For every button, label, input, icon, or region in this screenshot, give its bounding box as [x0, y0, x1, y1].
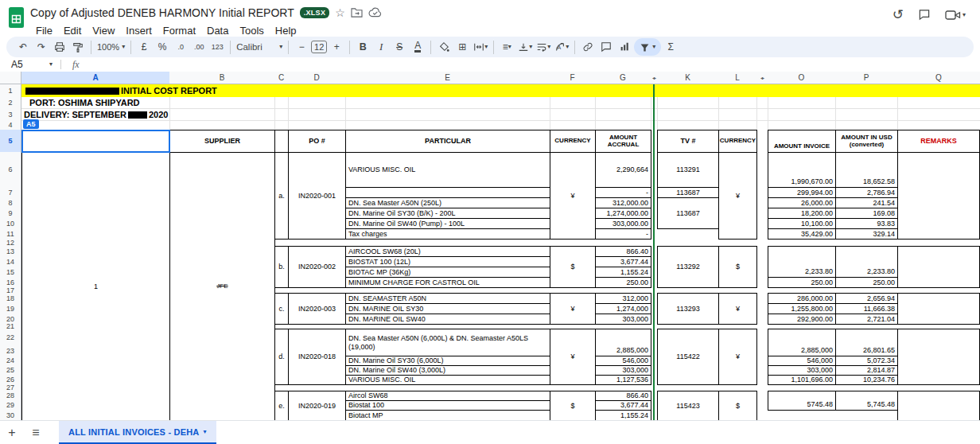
cell-E5[interactable]: PARTICULAR: [345, 130, 550, 153]
cell-G9[interactable]: 1,274,000.00: [595, 208, 651, 219]
vertical-align-button[interactable]: ▾: [516, 38, 534, 56]
cell-P28[interactable]: 5,745.48: [835, 391, 898, 411]
column-header-O[interactable]: O: [768, 72, 836, 84]
text-color-button[interactable]: A: [409, 38, 426, 56]
cell-P6[interactable]: 18,652.58: [835, 152, 898, 188]
row-header-3[interactable]: 3: [0, 108, 21, 121]
cell-E22[interactable]: DN. Sea Master A50N (6,000L) & DN. Seama…: [345, 329, 550, 356]
star-button[interactable]: ☆: [335, 7, 345, 18]
cell-A6[interactable]: 1: [21, 152, 170, 420]
cell-B6[interactable]: JFE: [169, 152, 275, 420]
cell-G5[interactable]: AMOUNT ACCRUAL: [595, 130, 651, 153]
cell-P11[interactable]: 329.14: [835, 228, 898, 240]
meet-button[interactable]: ▾: [945, 10, 966, 21]
cell-E20[interactable]: DN. MARINE OIL SW40: [345, 314, 550, 325]
cell-O10[interactable]: 10,100.00: [768, 218, 836, 229]
cell-G7[interactable]: -: [595, 187, 651, 198]
menu-data[interactable]: Data: [201, 25, 234, 37]
cell-G20[interactable]: 303,000: [595, 314, 651, 325]
cell-C18[interactable]: c.: [274, 293, 289, 325]
cell-G16[interactable]: 250.00: [595, 277, 651, 288]
row-header-2[interactable]: 2: [0, 96, 21, 109]
cell-A2[interactable]: PORT: OSHIMA SHIPYARD: [21, 96, 170, 109]
cell-F18[interactable]: ¥: [550, 293, 596, 325]
column-header-G[interactable]: G: [595, 72, 651, 84]
cell-F28[interactable]: $: [550, 391, 596, 420]
cell-L18[interactable]: ¥: [718, 293, 757, 325]
menu-insert[interactable]: Insert: [120, 25, 158, 37]
cell-D18[interactable]: IN2020-003: [288, 293, 346, 325]
cell-E26[interactable]: VARIOUS MISC. OIL: [345, 375, 550, 385]
cell-Q6[interactable]: [897, 152, 980, 240]
cell-E8[interactable]: DN. Sea Master A50N (250L): [345, 197, 550, 208]
print-button[interactable]: [51, 38, 68, 56]
merge-cells-button[interactable]: ▾: [472, 38, 489, 56]
cell-Q22[interactable]: [897, 329, 980, 385]
cell-P20[interactable]: 2,721.04: [835, 314, 898, 325]
column-header-E[interactable]: E: [345, 72, 550, 84]
redo-button[interactable]: ↷: [33, 38, 50, 56]
cell-E18[interactable]: DN. SEAMASTER A50N: [345, 293, 550, 304]
zoom-select[interactable]: 100%▾: [95, 38, 126, 56]
column-header-B[interactable]: B: [169, 72, 275, 84]
insert-comment-button[interactable]: [597, 38, 615, 56]
cell-O5[interactable]: AMOUNT INVOICE: [768, 130, 836, 153]
cell-P19[interactable]: 11,666.38: [835, 303, 898, 314]
row-header-6[interactable]: 6: [0, 152, 21, 188]
cell-K6[interactable]: 113291: [657, 152, 719, 188]
cell-C6[interactable]: a.: [274, 152, 289, 240]
cell-O8[interactable]: 26,000.00: [768, 197, 836, 208]
row-header-15[interactable]: 15: [0, 267, 21, 278]
font-select[interactable]: Calibri▾: [235, 38, 284, 56]
undo-button[interactable]: ↶: [14, 38, 32, 56]
row-header-9[interactable]: 9: [0, 208, 21, 219]
cell-G8[interactable]: 312,000.00: [595, 197, 651, 208]
document-title[interactable]: Copy of Adjusted DENEB HARMONY Initial R…: [30, 6, 294, 19]
cell-P8[interactable]: 241.54: [835, 197, 898, 208]
create-filter-button[interactable]: ▾: [634, 38, 661, 56]
text-wrap-button[interactable]: ▾: [535, 38, 552, 56]
menu-view[interactable]: View: [87, 25, 120, 37]
cell-O22[interactable]: 2,885,000: [768, 329, 836, 356]
horizontal-align-button[interactable]: ≡▾: [498, 38, 515, 56]
cell-D13[interactable]: IN2020-002: [288, 246, 346, 288]
row-header-7[interactable]: 7: [0, 187, 21, 198]
text-rotation-button[interactable]: A▾: [553, 38, 570, 56]
bold-button[interactable]: B: [354, 38, 371, 56]
row-header-5[interactable]: 5: [0, 130, 21, 153]
cell-O6[interactable]: 1,990,670.00: [768, 152, 836, 188]
cell-O18[interactable]: 286,000.00: [768, 293, 836, 304]
cell-P10[interactable]: 93.83: [835, 218, 898, 229]
sheets-logo-icon[interactable]: [9, 7, 24, 28]
more-formats-button[interactable]: 123: [208, 38, 226, 56]
menu-tools[interactable]: Tools: [234, 25, 269, 37]
cell-C5[interactable]: [274, 130, 289, 153]
cloud-status-icon[interactable]: [368, 7, 382, 18]
cell-L6[interactable]: ¥: [718, 152, 757, 240]
cell-E13[interactable]: AIRCOOL SW68 (20L): [345, 246, 550, 257]
column-header-L[interactable]: L: [718, 72, 757, 84]
cell-O20[interactable]: 292,900.00: [768, 314, 836, 325]
functions-button[interactable]: Σ: [662, 38, 679, 56]
cell-O7[interactable]: 299,994.00: [768, 187, 836, 198]
cell-E10[interactable]: DN. Marine Oil SW40 (Pump) - 100L: [345, 218, 550, 229]
version-history-button[interactable]: ↺: [892, 6, 904, 23]
decrease-font-size-button[interactable]: −: [293, 38, 310, 56]
cell-P5[interactable]: AMOUNT IN USD (converted): [835, 130, 898, 153]
cell-F6[interactable]: ¥: [550, 152, 596, 240]
name-box[interactable]: A5▾: [0, 59, 57, 70]
hidden-columns-indicator[interactable]: ◂▸: [756, 72, 768, 84]
cell-E11[interactable]: Tax charges: [345, 228, 550, 240]
cell-L13[interactable]: $: [718, 246, 757, 288]
cell-D6[interactable]: IN2020-001: [288, 152, 346, 240]
row-header-22[interactable]: 22: [0, 329, 21, 347]
cell-E9[interactable]: DN. Marine Oil SY30 (B/K) - 200L: [345, 208, 550, 219]
cell-E6[interactable]: VARIOUS MISC. OIL: [345, 152, 550, 188]
paint-format-button[interactable]: [69, 38, 87, 56]
cell-C22[interactable]: d.: [274, 329, 289, 385]
cell-E15[interactable]: BIOTAC MP (36Kg): [345, 267, 550, 278]
cell-K18[interactable]: 113293: [657, 293, 719, 325]
cell-Q18[interactable]: [897, 293, 980, 325]
cell-O28[interactable]: 5745.48: [768, 391, 836, 411]
cell-F22[interactable]: ¥: [550, 329, 596, 385]
